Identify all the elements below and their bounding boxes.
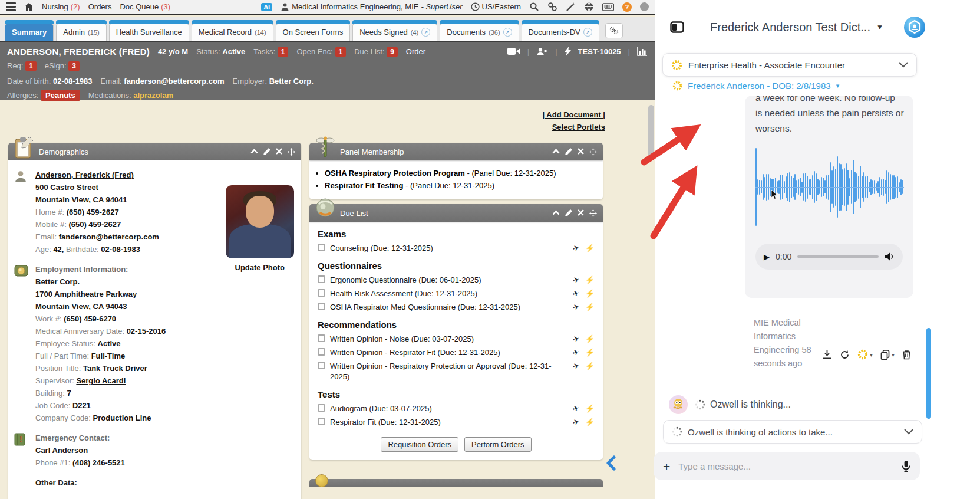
tab-on-screen-forms[interactable]: On Screen Forms — [276, 24, 351, 41]
keyboard-icon[interactable] — [602, 3, 614, 11]
checkbox[interactable] — [318, 303, 325, 310]
move-icon[interactable] — [288, 148, 295, 156]
supervisor-link[interactable]: Sergio Acardi — [76, 376, 126, 385]
move-icon[interactable] — [589, 148, 597, 156]
mic-icon[interactable] — [902, 460, 910, 472]
link-icon[interactable] — [547, 2, 557, 12]
collapse-icon[interactable] — [552, 209, 560, 216]
tab-documents[interactable]: Documents(36) ↗ — [440, 24, 519, 41]
tab-medical-record[interactable]: Medical Record(14) — [192, 24, 273, 41]
bolt-icon[interactable]: ⚡ — [585, 403, 595, 414]
help-icon[interactable]: ? — [622, 2, 632, 12]
panel-toggle-icon[interactable] — [670, 21, 684, 33]
send-icon[interactable]: ✈ — [571, 287, 580, 299]
checkbox[interactable] — [318, 289, 325, 297]
waveform[interactable] — [755, 147, 904, 227]
search-icon[interactable] — [529, 2, 539, 12]
sunburst-action-icon[interactable]: ▾ — [857, 349, 873, 360]
add-document-link[interactable]: | Add Document | — [543, 110, 605, 119]
encounter-selector[interactable]: Enterprise Health - Associate Encounter — [662, 53, 917, 77]
patient-name-link[interactable]: Anderson, Frederick (Fred) — [35, 170, 134, 179]
checkbox[interactable] — [318, 275, 325, 283]
wand-icon[interactable] — [566, 2, 576, 12]
home-icon[interactable] — [24, 2, 34, 11]
bolt-icon[interactable]: ⚡ — [585, 347, 595, 358]
nav-doc-queue[interactable]: Doc Queue (3) — [120, 2, 170, 11]
edit-icon[interactable] — [565, 209, 572, 216]
bolt-icon[interactable]: ⚡ — [585, 288, 595, 299]
requisition-orders-button[interactable]: Requisition Orders — [381, 437, 458, 452]
collapse-icon[interactable] — [552, 148, 560, 155]
collapse-icon[interactable] — [250, 148, 258, 155]
tasks-badge[interactable]: 1 — [278, 47, 289, 57]
collapse-panel-chevron-icon[interactable] — [605, 455, 618, 471]
ozwell-logo[interactable] — [903, 16, 926, 38]
close-icon[interactable] — [276, 148, 282, 155]
attach-plus-icon[interactable]: + — [663, 460, 670, 472]
globe-icon[interactable] — [584, 2, 594, 12]
allergy-badge[interactable]: Peanuts — [41, 90, 80, 101]
bolt-icon[interactable]: ⚡ — [585, 275, 595, 285]
send-icon[interactable]: ✈ — [571, 333, 580, 344]
checkbox[interactable] — [318, 348, 325, 356]
volume-icon[interactable] — [885, 252, 895, 261]
video-icon[interactable] — [507, 47, 520, 55]
download-icon[interactable] — [822, 350, 832, 360]
patient-context-selector[interactable]: Frederick Anderson - DOB: 2/8/1983 ▾ — [672, 81, 839, 91]
req-badge[interactable]: 1 — [25, 61, 37, 71]
tab-documents-dv[interactable]: Documents-DV ↗ — [522, 24, 599, 41]
send-icon[interactable]: ✈ — [571, 402, 580, 414]
bolt-icon[interactable]: ⚡ — [585, 243, 595, 254]
select-portlets-link[interactable]: Select Portlets — [552, 123, 605, 132]
user-menu[interactable]: Medical Informatics Engineering, MIE - S… — [281, 2, 462, 11]
perform-orders-button[interactable]: Perform Orders — [464, 437, 532, 452]
move-icon[interactable] — [589, 209, 597, 217]
patient-name[interactable]: ANDERSON, FREDERICK (FRED) — [7, 47, 150, 57]
title-caret-icon[interactable]: ▼ — [876, 23, 883, 31]
play-button[interactable]: ▶ — [764, 252, 770, 261]
tab-admin[interactable]: Admin(15) — [56, 24, 106, 41]
tab-health-surveillance[interactable]: Health Surveillance — [109, 24, 189, 41]
esign-badge[interactable]: 3 — [68, 61, 80, 71]
send-icon[interactable]: ✈ — [571, 416, 580, 428]
checkbox[interactable] — [318, 244, 325, 251]
send-icon[interactable]: ✈ — [571, 301, 580, 313]
checkbox[interactable] — [318, 404, 325, 412]
open-enc-badge[interactable]: 1 — [335, 47, 347, 57]
send-icon[interactable]: ✈ — [571, 274, 580, 285]
send-icon[interactable]: ✈ — [571, 346, 580, 358]
main-scrollbar-thumb[interactable] — [648, 105, 654, 158]
message-input[interactable] — [678, 461, 893, 471]
order-link[interactable]: Order — [406, 47, 425, 56]
checkbox[interactable] — [318, 362, 325, 369]
checkbox[interactable] — [318, 418, 325, 425]
timezone[interactable]: US/Eastern — [471, 2, 521, 11]
status-dot-icon[interactable] — [640, 2, 649, 11]
regenerate-icon[interactable] — [840, 350, 850, 360]
panel-scrollbar-thumb[interactable] — [926, 328, 931, 419]
external-link-icon[interactable]: ↗ — [503, 28, 512, 37]
bolt-icon[interactable]: ⚡ — [585, 334, 595, 344]
due-list-badge[interactable]: 9 — [387, 47, 398, 57]
add-person-icon[interactable] — [536, 47, 548, 56]
nav-nursing[interactable]: Nursing (2) — [42, 2, 80, 11]
copy-icon[interactable]: ▾ — [880, 350, 895, 360]
bolt-icon[interactable]: ⚡ — [585, 302, 595, 313]
tab-settings-gears-icon[interactable] — [605, 23, 623, 38]
send-icon[interactable]: ✈ — [571, 360, 580, 372]
nav-orders[interactable]: Orders — [88, 2, 112, 11]
edit-icon[interactable] — [263, 148, 270, 155]
tab-summary[interactable]: Summary — [5, 24, 54, 41]
close-icon[interactable] — [578, 209, 584, 216]
conversation-title[interactable]: Frederick Anderson Test Dict... — [710, 21, 870, 34]
edit-icon[interactable] — [565, 148, 572, 155]
close-icon[interactable] — [578, 148, 584, 155]
delete-icon[interactable] — [902, 350, 911, 360]
bolt-icon[interactable]: ⚡ — [585, 417, 595, 428]
update-photo-link[interactable]: Update Photo — [235, 263, 285, 272]
bolt-icon[interactable] — [565, 47, 571, 56]
chart-stats-icon[interactable] — [637, 47, 648, 56]
ai-badge[interactable]: AI — [261, 3, 272, 11]
bolt-icon[interactable]: ⚡ — [585, 361, 595, 372]
tab-needs-signed[interactable]: Needs Signed(4) ↗ — [352, 24, 437, 41]
